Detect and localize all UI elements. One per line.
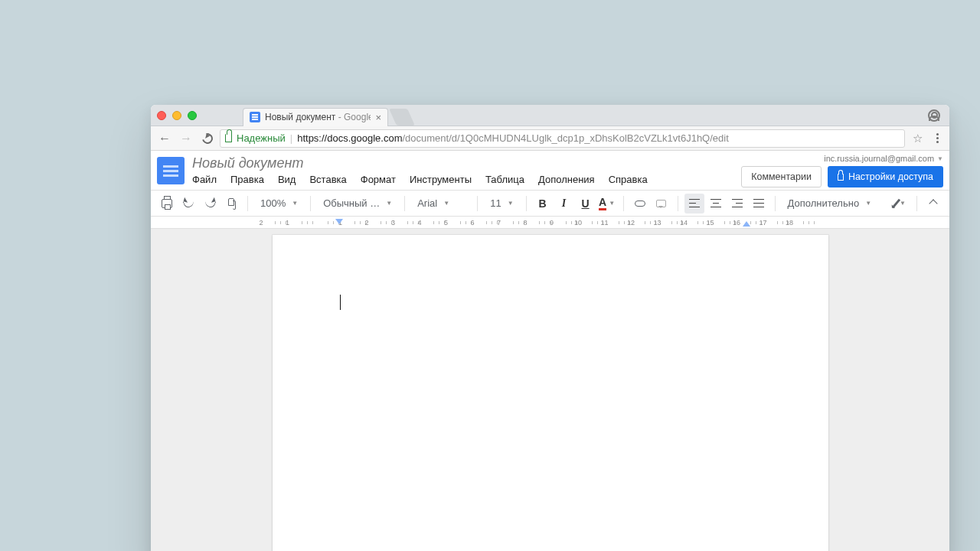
separator [404,196,405,211]
window-zoom-button[interactable] [188,111,197,120]
horizontal-ruler[interactable]: 21123456789101112131415161718 [151,217,949,229]
editing-mode-button[interactable]: ▼ [890,194,910,214]
insert-comment-button[interactable] [652,194,671,214]
document-title[interactable]: Новый документ [192,155,733,171]
menu-help[interactable]: Справка [609,174,648,185]
italic-button[interactable]: I [554,194,574,214]
align-justify-button[interactable] [749,194,769,214]
menu-edit[interactable]: Правка [230,174,264,185]
right-indent-marker[interactable] [743,221,750,227]
menu-bar: Файл Правка Вид Вставка Формат Инструмен… [192,174,733,190]
align-center-button[interactable] [706,194,726,214]
comments-button[interactable]: Комментарии [741,166,822,187]
docs-favicon-icon [250,112,260,122]
share-button[interactable]: Настройки доступа [828,166,943,187]
editor-canvas: 21123456789101112131415161718 [151,217,949,551]
more-tools-dropdown[interactable]: Дополнительно▼ [782,194,878,214]
separator [477,196,478,211]
menu-insert[interactable]: Вставка [309,174,346,185]
menu-addons[interactable]: Дополнения [538,174,595,185]
text-color-button[interactable]: A▼ [597,194,617,214]
browser-menu-icon[interactable] [936,137,939,139]
window-close-button[interactable] [157,111,166,120]
font-size-dropdown[interactable]: 11▼ [484,194,519,214]
nav-back-button[interactable]: ← [155,129,174,148]
secure-label: Надежный [237,132,286,144]
paragraph-style-dropdown[interactable]: Обычный …▼ [317,194,398,214]
menu-file[interactable]: Файл [192,174,217,185]
docs-header: Новый документ Файл Правка Вид Вставка Ф… [151,151,949,191]
user-email[interactable]: inc.russia.journal@gmail.com▼ [824,154,943,163]
font-family-dropdown[interactable]: Arial▼ [411,194,471,214]
align-left-button[interactable] [684,194,704,214]
collapse-toolbar-button[interactable] [923,194,943,214]
separator [526,196,527,211]
separator [916,196,917,211]
menu-tools[interactable]: Инструменты [410,174,472,185]
profile-icon[interactable] [928,109,940,122]
menu-view[interactable]: Вид [278,174,296,185]
separator [247,196,248,211]
browser-tab[interactable]: Новый документ - Google Д × [243,108,388,126]
browser-window: Новый документ - Google Д × ← → Надежный… [151,105,949,551]
bookmark-star-icon[interactable]: ☆ [913,132,923,145]
tab-close-button[interactable]: × [375,112,381,122]
nav-reload-button[interactable] [198,129,217,148]
tab-title: Новый документ - Google Д [265,112,371,122]
document-page[interactable] [273,235,828,551]
menu-table[interactable]: Таблица [485,174,524,185]
nav-forward-button[interactable]: → [177,129,195,148]
separator [623,196,624,211]
redo-button[interactable] [200,194,220,214]
window-controls [157,111,197,120]
align-right-button[interactable] [727,194,747,214]
bold-button[interactable]: B [533,194,553,214]
menu-format[interactable]: Формат [361,174,396,185]
separator [310,196,311,211]
url-text: https://docs.google.com/document/d/1Q0cM… [297,132,729,144]
paint-format-button[interactable] [221,194,241,214]
first-line-indent-marker[interactable] [335,219,343,224]
separator [678,196,678,211]
zoom-dropdown[interactable]: 100%▼ [254,194,304,214]
tab-strip: Новый документ - Google Д × [151,105,949,126]
underline-button[interactable]: U [576,194,596,214]
toolbar: 100%▼ Обычный …▼ Arial▼ 11▼ B I U A▼ [151,191,949,217]
separator: | [290,132,292,144]
omnibox[interactable]: Надежный | https://docs.google.com/docum… [220,129,905,148]
address-bar: ← → Надежный | https://docs.google.com/d… [151,126,949,151]
lock-icon [225,134,232,142]
docs-app-icon[interactable] [157,157,185,184]
new-tab-button[interactable] [389,109,415,126]
separator [775,196,776,211]
print-button[interactable] [157,194,177,214]
text-cursor [340,295,341,310]
window-minimize-button[interactable] [172,111,181,120]
undo-button[interactable] [178,194,198,214]
insert-link-button[interactable] [630,194,650,214]
lock-icon [838,174,844,181]
